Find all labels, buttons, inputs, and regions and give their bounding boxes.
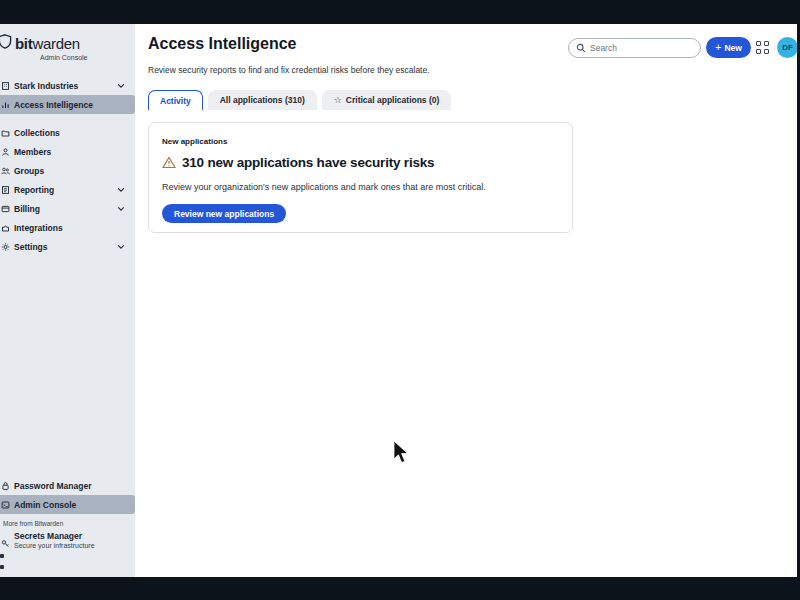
tab-critical-applications[interactable]: ☆ Critical applications (0) bbox=[322, 90, 452, 110]
avatar-initials: DF bbox=[782, 43, 793, 52]
password-manager-icon bbox=[1, 481, 10, 490]
integrations-icon bbox=[1, 223, 10, 232]
mouse-cursor bbox=[393, 440, 410, 470]
sidebar-item-billing[interactable]: Billing bbox=[0, 199, 135, 218]
warning-icon bbox=[162, 156, 176, 169]
sidebar-item-secrets-manager[interactable]: Secrets Manager Secure your infrastructu… bbox=[0, 529, 135, 551]
sidebar-item-access-intelligence[interactable]: Access Intelligence bbox=[0, 95, 135, 114]
search-box[interactable] bbox=[568, 38, 701, 58]
sidebar-item-label: Settings bbox=[14, 242, 48, 252]
admin-console-icon bbox=[1, 500, 10, 509]
tab-all-applications[interactable]: All applications (310) bbox=[208, 90, 317, 110]
tab-label: All applications (310) bbox=[220, 95, 305, 105]
sidebar-nav: Stark Industries Access Intelligence Col… bbox=[0, 76, 135, 256]
sidebar-item-label: Members bbox=[14, 147, 51, 157]
logo-subtitle: Admin Console bbox=[40, 54, 135, 61]
sidebar-item-label: Stark Industries bbox=[14, 81, 78, 91]
sidebar-item-collections[interactable]: Collections bbox=[0, 123, 135, 142]
chevron-down-icon bbox=[117, 187, 125, 193]
sidebar-item-label: Collections bbox=[14, 128, 60, 138]
sidebar-item-integrations[interactable]: Integrations bbox=[0, 218, 135, 237]
brand-bold: bit bbox=[15, 35, 32, 52]
card-eyebrow: New applications bbox=[162, 137, 559, 146]
bitwarden-logo: bitwarden Admin Console bbox=[0, 34, 135, 61]
sidebar-item-password-manager[interactable]: Password Manager bbox=[0, 476, 135, 495]
avatar[interactable]: DF bbox=[777, 37, 797, 58]
sidebar-item-reporting[interactable]: Reporting bbox=[0, 180, 135, 199]
bitwarden-shield-icon bbox=[0, 34, 12, 53]
page-subtitle: Review security reports to find and fix … bbox=[148, 65, 430, 75]
reporting-icon bbox=[1, 185, 10, 194]
more-from-bitwarden-label: More from Bitwarden bbox=[0, 520, 135, 527]
sidebar: bitwarden Admin Console Stark Industries… bbox=[0, 24, 135, 577]
collections-icon bbox=[1, 128, 10, 137]
search-input[interactable] bbox=[590, 43, 693, 53]
sidebar-item-label: Groups bbox=[14, 166, 44, 176]
organization-icon bbox=[1, 81, 10, 90]
access-intelligence-icon bbox=[1, 100, 10, 109]
review-button-label: Review new applications bbox=[174, 209, 274, 219]
tab-label: Activity bbox=[160, 96, 191, 106]
brand-light: warden bbox=[32, 35, 79, 52]
clipped-sidebar-icons bbox=[0, 551, 135, 577]
app-switcher-icon[interactable] bbox=[756, 41, 770, 55]
card-heading: 310 new applications have security risks bbox=[182, 155, 434, 170]
new-button-label: New bbox=[724, 43, 741, 53]
secrets-manager-label: Secrets Manager bbox=[14, 531, 135, 541]
review-new-applications-button[interactable]: Review new applications bbox=[162, 204, 286, 223]
sidebar-item-label: Password Manager bbox=[14, 481, 91, 491]
main-content: Access Intelligence + New DF Review secu… bbox=[135, 24, 797, 577]
sidebar-item-label: Integrations bbox=[14, 223, 63, 233]
sidebar-item-label: Billing bbox=[14, 204, 40, 214]
plus-icon: + bbox=[715, 42, 721, 53]
chevron-down-icon bbox=[117, 206, 125, 212]
star-icon: ☆ bbox=[334, 96, 342, 105]
tab-activity[interactable]: Activity bbox=[148, 90, 203, 110]
groups-icon bbox=[1, 166, 10, 175]
chevron-down-icon bbox=[117, 83, 125, 89]
app-window: bitwarden Admin Console Stark Industries… bbox=[0, 24, 797, 577]
sidebar-footer: Password Manager Admin Console More from… bbox=[0, 476, 135, 577]
sidebar-item-settings[interactable]: Settings bbox=[0, 237, 135, 256]
members-icon bbox=[1, 147, 10, 156]
sidebar-item-label: Admin Console bbox=[14, 500, 76, 510]
tab-label: Critical applications (0) bbox=[346, 95, 440, 105]
sidebar-item-members[interactable]: Members bbox=[0, 142, 135, 161]
sidebar-item-stark-industries[interactable]: Stark Industries bbox=[0, 76, 135, 95]
page-title: Access Intelligence bbox=[148, 35, 297, 53]
secrets-manager-icon bbox=[1, 534, 10, 552]
secrets-manager-subtitle: Secure your infrastructure bbox=[14, 542, 135, 549]
tab-bar: Activity All applications (310) ☆ Critic… bbox=[148, 90, 451, 110]
card-description: Review your organization's new applicati… bbox=[162, 182, 559, 192]
billing-icon bbox=[1, 204, 10, 213]
sidebar-item-label: Reporting bbox=[14, 185, 54, 195]
chevron-down-icon bbox=[117, 244, 125, 250]
sidebar-item-label: Access Intelligence bbox=[14, 100, 93, 110]
settings-icon bbox=[1, 242, 10, 251]
new-applications-card: New applications 310 new applications ha… bbox=[148, 122, 573, 233]
sidebar-item-admin-console[interactable]: Admin Console bbox=[0, 495, 135, 514]
new-button[interactable]: + New bbox=[706, 37, 751, 58]
sidebar-item-groups[interactable]: Groups bbox=[0, 161, 135, 180]
search-icon bbox=[576, 43, 586, 53]
brand-wordmark: bitwarden bbox=[15, 35, 80, 52]
